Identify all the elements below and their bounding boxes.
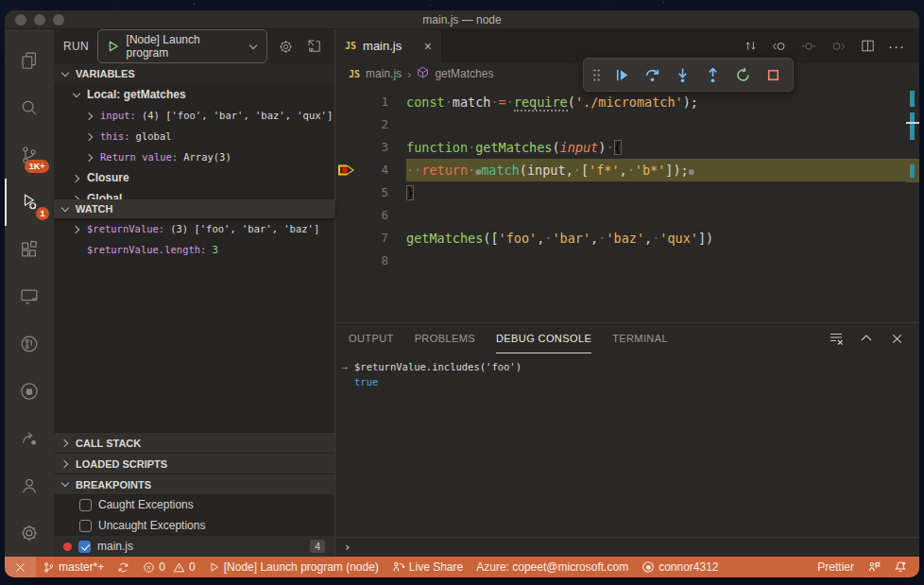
activity-settings[interactable] [5, 509, 54, 557]
prettier-status[interactable]: Prettier [811, 557, 861, 577]
title-bar[interactable]: main.js — node [5, 10, 919, 29]
variable-row-return-value[interactable]: Return value: Array(3) [54, 146, 334, 167]
code-line-2[interactable]: 2 [335, 113, 919, 136]
stop-button[interactable] [761, 63, 784, 86]
feedback-button[interactable] [861, 557, 887, 577]
watch-row-length[interactable]: $returnValue.length: 3 [54, 239, 334, 260]
activity-github[interactable] [5, 368, 54, 415]
current-breakpoint-arrow-icon[interactable] [335, 159, 356, 181]
code-text[interactable]: const·match·=·require('./micromatch'); [406, 91, 919, 113]
activity-accounts[interactable] [5, 462, 54, 509]
step-forward-icon[interactable] [827, 35, 849, 58]
clear-console-icon[interactable] [827, 329, 846, 348]
scope-global-row-clipped[interactable]: Global [54, 188, 334, 199]
code-editor[interactable]: 1const·match·=·require('./micromatch');2… [335, 85, 919, 322]
step-out-button[interactable] [701, 63, 724, 86]
breakpoint-gutter[interactable] [335, 204, 356, 227]
activity-remote-explorer[interactable] [5, 273, 54, 320]
code-text[interactable]: getMatches(['foo',·'bar',·'baz',·'qux']) [406, 227, 919, 249]
drag-grip-icon[interactable] [592, 68, 601, 82]
code-text[interactable] [406, 249, 919, 272]
activity-search[interactable] [5, 84, 54, 131]
open-debug-console-button[interactable] [304, 36, 325, 57]
tab-mainjs[interactable]: JS main.js × [335, 29, 442, 62]
more-actions-icon[interactable]: ··· [885, 35, 908, 58]
debug-console-output[interactable]: → $returnValue.includes('foo') true [335, 353, 919, 537]
git-branch-status[interactable]: master*+ [36, 557, 111, 577]
problems-status[interactable]: 0 0 [136, 557, 201, 577]
code-line-7[interactable]: 7getMatches(['foo',·'bar',·'baz',·'qux']… [335, 227, 919, 249]
code-line-4[interactable]: 4··return·●match(input,·['f*',·'b*']);● [335, 159, 919, 181]
code-line-8[interactable]: 8 [335, 249, 919, 272]
code-text[interactable] [406, 113, 919, 136]
split-editor-icon[interactable] [856, 35, 879, 58]
breadcrumb-file[interactable]: main.js [366, 67, 402, 80]
activity-source-control[interactable]: 1K+ [5, 131, 54, 179]
watch-section-header[interactable]: WATCH [54, 199, 334, 218]
code-text[interactable]: ··return·●match(input,·['f*',·'b*']);● [406, 159, 919, 181]
live-share-status[interactable]: Live Share [385, 557, 470, 577]
tab-debug-console[interactable]: DEBUG CONSOLE [496, 323, 591, 353]
code-text[interactable]: function·getMatches(input)·{ [406, 136, 919, 159]
debug-console-input[interactable]: › [335, 537, 919, 557]
breakpoint-gutter[interactable] [335, 113, 356, 136]
call-stack-section-header[interactable]: CALL STACK [54, 432, 334, 453]
reverse-continue-icon[interactable] [797, 35, 820, 58]
variable-row-this[interactable]: this: global [54, 126, 334, 146]
code-line-5[interactable]: 5} [335, 181, 919, 204]
start-debugging-icon[interactable] [107, 40, 120, 53]
breakpoint-gutter[interactable] [335, 136, 356, 159]
activity-pull-requests[interactable] [5, 320, 54, 368]
notifications-button[interactable] [887, 557, 914, 577]
remote-explorer-icon [19, 286, 40, 307]
step-back-icon[interactable] [768, 35, 791, 58]
continue-button[interactable] [610, 63, 633, 86]
tab-terminal[interactable]: TERMINAL [612, 323, 668, 353]
tab-problems[interactable]: PROBLEMS [415, 323, 475, 353]
code-line-1[interactable]: 1const·match·=·require('./micromatch'); [335, 91, 919, 113]
close-tab-icon[interactable]: × [424, 40, 432, 53]
breakpoint-caught-exceptions[interactable]: Caught Exceptions [54, 494, 334, 515]
configure-gear-button[interactable] [276, 36, 297, 57]
maximize-panel-icon[interactable] [857, 329, 876, 348]
overview-ruler[interactable] [906, 85, 919, 322]
scope-closure-row[interactable]: Closure [54, 167, 334, 188]
close-panel-icon[interactable] [887, 329, 906, 348]
github-account-status[interactable]: connor4312 [635, 557, 725, 577]
checkbox[interactable] [79, 499, 92, 511]
activity-extensions[interactable] [5, 226, 54, 273]
launch-config-dropdown[interactable]: [Node] Launch program [97, 29, 267, 63]
breakpoints-section-header[interactable]: BREAKPOINTS [54, 473, 334, 494]
open-changes-icon[interactable] [739, 35, 761, 58]
loaded-scripts-section-header[interactable]: LOADED SCRIPTS [54, 453, 334, 473]
breakpoint-gutter[interactable] [335, 249, 356, 272]
scope-local-row[interactable]: Local: getMatches [54, 84, 334, 105]
tab-output[interactable]: OUTPUT [349, 323, 394, 353]
step-into-button[interactable] [671, 63, 693, 86]
variable-row-input[interactable]: input: (4) ['foo', 'bar', 'baz', 'qux'] [54, 105, 334, 126]
azure-account-status[interactable]: Azure: copeet@microsoft.com [470, 557, 635, 577]
activity-run-debug[interactable]: 1 [5, 179, 54, 226]
debug-launch-status[interactable]: [Node] Launch program (node) [202, 557, 385, 577]
code-text[interactable]: } [406, 181, 919, 204]
breakpoint-gutter[interactable] [335, 181, 356, 204]
code-line-6[interactable]: 6 [335, 204, 919, 227]
code-line-3[interactable]: 3function·getMatches(input)·{ [335, 136, 919, 159]
variables-section-header[interactable]: VARIABLES [54, 63, 334, 84]
breakpoint-gutter[interactable] [335, 227, 356, 249]
activity-live-share[interactable] [5, 415, 54, 462]
activity-explorer[interactable] [5, 37, 54, 84]
step-over-button[interactable] [641, 63, 663, 86]
checkbox[interactable] [78, 541, 91, 553]
watch-row-returnvalue[interactable]: $returnValue: (3) ['foo', 'bar', 'baz'] [54, 218, 334, 239]
code-lines[interactable]: 1const·match·=·require('./micromatch');2… [335, 85, 919, 272]
breakpoint-gutter[interactable] [335, 91, 356, 113]
sync-status[interactable] [111, 557, 136, 577]
restart-button[interactable] [731, 63, 754, 86]
breakpoint-uncaught-exceptions[interactable]: Uncaught Exceptions [54, 515, 334, 536]
code-text[interactable] [406, 204, 919, 227]
checkbox[interactable] [79, 520, 92, 532]
breakpoint-mainjs[interactable]: main.js 4 [54, 536, 334, 557]
breadcrumb-symbol[interactable]: getMatches [435, 67, 493, 80]
remote-indicator[interactable] [5, 557, 36, 577]
